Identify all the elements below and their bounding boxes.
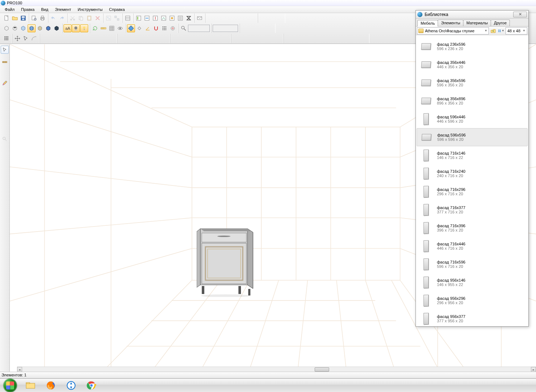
align1-icon[interactable] — [206, 14, 214, 22]
task-chrome[interactable] — [82, 379, 101, 392]
zoom-icon[interactable] — [180, 24, 188, 32]
tool-p1-icon[interactable] — [1, 70, 9, 78]
e2-icon[interactable] — [293, 34, 301, 42]
report4-icon[interactable] — [160, 14, 168, 22]
a3-icon[interactable] — [58, 34, 66, 42]
snap-cube-icon[interactable] — [127, 24, 135, 32]
e6-icon[interactable] — [327, 34, 335, 42]
tool-p6-icon[interactable] — [1, 123, 9, 131]
library-viewmode-button[interactable]: ▼ — [498, 27, 505, 34]
e10-icon[interactable] — [360, 34, 368, 42]
view-render-icon[interactable] — [44, 24, 52, 32]
a4-icon[interactable] — [66, 34, 74, 42]
e3-icon[interactable] — [302, 34, 310, 42]
library-up-button[interactable] — [490, 27, 497, 34]
scroll-right-icon[interactable]: ▸ — [531, 367, 536, 372]
cabinet-model[interactable] — [197, 225, 255, 297]
e5-icon[interactable] — [318, 34, 326, 42]
pointer2-icon[interactable] — [22, 34, 30, 42]
c7-icon[interactable] — [221, 34, 229, 42]
b4-icon[interactable] — [144, 34, 152, 42]
lib-tab-furniture[interactable]: Мебель — [417, 20, 438, 26]
d4-icon[interactable] — [257, 34, 265, 42]
task-app[interactable] — [62, 379, 81, 392]
snap-diamond-icon[interactable] — [135, 24, 143, 32]
a7-icon[interactable] — [91, 34, 99, 42]
library-thumbsize-combo[interactable]: 48 x 48▼ — [506, 27, 527, 34]
library-item[interactable]: фасад 716x146146 x 716 x 22 — [417, 146, 528, 164]
a6-icon[interactable] — [83, 34, 91, 42]
a2-icon[interactable] — [49, 34, 57, 42]
cut-icon[interactable] — [69, 14, 77, 22]
c2-icon[interactable] — [180, 34, 188, 42]
view-hidden-icon[interactable] — [11, 24, 19, 32]
snap-target-icon[interactable] — [169, 24, 177, 32]
a8-icon[interactable] — [99, 34, 107, 42]
flip3-icon[interactable] — [276, 14, 284, 22]
library-item[interactable]: фасад 716x377377 x 716 x 20 — [417, 201, 528, 219]
move-icon[interactable] — [13, 34, 21, 42]
zoom-input[interactable] — [188, 25, 210, 32]
a9-icon[interactable] — [108, 34, 116, 42]
menu-help[interactable]: Справка — [107, 7, 127, 12]
tool-p2-icon[interactable] — [1, 88, 9, 96]
library-item[interactable]: фасад 716x396396 x 716 x 20 — [417, 219, 528, 237]
scroll-thumb[interactable] — [315, 367, 329, 372]
c1-icon[interactable] — [171, 34, 179, 42]
library-item[interactable]: фасад 956x296296 x 956 x 20 — [417, 291, 528, 310]
library-item[interactable]: фасад 356x596596 x 356 x 20 — [417, 74, 528, 92]
mail-icon[interactable] — [196, 14, 204, 22]
dim3-icon[interactable] — [258, 24, 266, 32]
b6-icon[interactable] — [160, 34, 168, 42]
snap-magnet-icon[interactable] — [152, 24, 160, 32]
d2-icon[interactable] — [241, 34, 249, 42]
view-wireframe-icon[interactable] — [3, 24, 11, 32]
library-item[interactable]: фасад 956x377377 x 956 x 20 — [417, 310, 528, 326]
library-close-button[interactable]: ✕ — [513, 12, 527, 17]
print-icon[interactable] — [38, 14, 46, 22]
library-item[interactable]: фасад 716x296296 x 716 x 20 — [417, 183, 528, 201]
group-icon[interactable] — [105, 14, 112, 22]
library-path-combo[interactable]: Athena Oro\Фасады глухие ▼ — [417, 27, 489, 34]
library-item[interactable]: фасад 236x596596 x 236 x 20 — [417, 37, 528, 56]
refresh-icon[interactable] — [91, 24, 99, 32]
menu-element[interactable]: Элемент — [52, 7, 74, 12]
toggle-light-icon[interactable] — [80, 24, 88, 32]
library-list[interactable]: фасад 236x596596 x 236 x 20 фасад 356x44… — [416, 35, 528, 326]
c3-icon[interactable] — [188, 34, 196, 42]
copy-icon[interactable] — [77, 14, 85, 22]
redo-icon[interactable] — [58, 14, 66, 22]
sigma-icon[interactable] — [185, 14, 193, 22]
menu-tools[interactable]: Инструменты — [75, 7, 105, 12]
report3-icon[interactable] — [151, 14, 159, 22]
align4-icon[interactable] — [232, 14, 240, 22]
save-icon[interactable] — [19, 14, 27, 22]
toggle-text-icon[interactable]: aA — [64, 24, 71, 32]
e8-icon[interactable] — [343, 34, 351, 42]
c4-icon[interactable] — [196, 34, 204, 42]
d3-icon[interactable] — [249, 34, 257, 42]
value-input[interactable] — [213, 25, 238, 32]
d6-icon[interactable] — [274, 34, 282, 42]
properties-icon[interactable] — [124, 14, 132, 22]
a1-icon[interactable] — [41, 34, 49, 42]
report5-icon[interactable] — [168, 14, 176, 22]
tool-p3-icon[interactable] — [1, 97, 9, 105]
tool-p4-icon[interactable] — [1, 105, 9, 113]
toggle-shadow-icon[interactable] — [72, 24, 80, 32]
lib-tab-other[interactable]: Другое — [491, 20, 510, 26]
library-item[interactable]: фасад 356x896896 x 356 x 20 — [417, 92, 528, 110]
menu-file[interactable]: Файл — [2, 7, 17, 12]
b3-icon[interactable] — [135, 34, 143, 42]
align6-icon[interactable] — [248, 14, 256, 22]
library-item[interactable]: фасад 716x446446 x 716 x 20 — [417, 237, 528, 255]
library-item[interactable]: фасад 596x446446 x 596 x 20 — [417, 110, 528, 128]
library-item[interactable]: фасад 356x446446 x 356 x 20 — [417, 56, 528, 74]
viewport-hscroll[interactable]: ◂ ▸ — [17, 367, 536, 372]
view-flat-icon[interactable] — [19, 24, 27, 32]
start-button[interactable] — [1, 379, 20, 392]
tool-p5-icon[interactable] — [1, 114, 9, 122]
b5-icon[interactable] — [152, 34, 160, 42]
paste-icon[interactable] — [85, 14, 93, 22]
flip1-icon[interactable] — [259, 14, 267, 22]
